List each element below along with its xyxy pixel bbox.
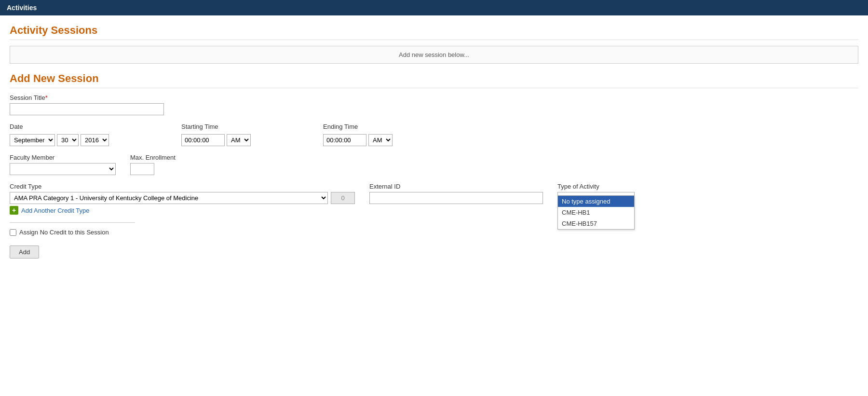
faculty-label: Faculty Member (10, 154, 116, 161)
type-of-activity-label: Type of Activity (557, 183, 635, 190)
ending-time-label: Ending Time (323, 123, 393, 130)
dropdown-option-no-type[interactable]: No type assigned (558, 196, 634, 207)
starting-time-row: AM PM (181, 134, 251, 146)
assign-no-credit-checkbox[interactable] (10, 229, 16, 236)
dropdown-option-cme-hb1[interactable]: CME-HB1 (558, 207, 634, 218)
faculty-select[interactable] (10, 163, 116, 175)
date-row: September January February March April M… (10, 134, 109, 146)
max-enrollment-label: Max. Enrollment (130, 154, 176, 161)
max-enrollment-group: Max. Enrollment (130, 154, 176, 175)
add-new-session-title: Add New Session (10, 72, 858, 88)
add-button[interactable]: Add (10, 246, 39, 259)
max-enrollment-input[interactable] (130, 163, 154, 175)
ending-time-section: Ending Time AM PM (323, 123, 393, 146)
session-title-input[interactable] (10, 103, 164, 115)
plus-icon: + (10, 206, 18, 215)
ending-time-row: AM PM (323, 134, 393, 146)
top-bar: Activities (0, 0, 868, 15)
add-another-credit-type-link[interactable]: Add Another Credit Type (21, 207, 89, 214)
type-of-activity-dropdown: No type assigned CME-HB1 CME-HB157 (557, 195, 635, 230)
ending-ampm-select[interactable]: AM PM (368, 134, 393, 146)
ending-time-input[interactable] (323, 134, 366, 146)
session-title-label: Session Title* (10, 94, 858, 101)
assign-no-credit-row: Assign No Credit to this Session (10, 229, 858, 236)
assign-no-credit-label: Assign No Credit to this Session (19, 229, 109, 236)
credit-type-label: Credit Type (10, 183, 355, 190)
add-credit-type-row: + Add Another Credit Type (10, 206, 858, 215)
month-select[interactable]: September January February March April M… (10, 134, 55, 146)
date-section: Date September January February March Ap… (10, 123, 109, 146)
external-id-input[interactable] (369, 192, 543, 204)
credit-count-input[interactable] (331, 192, 355, 204)
external-id-label: External ID (369, 183, 543, 190)
session-placeholder: Add new session below... (10, 46, 858, 64)
main-content: Activity Sessions Add new session below.… (0, 15, 868, 396)
divider (10, 222, 135, 223)
faculty-group: Faculty Member (10, 154, 116, 175)
starting-time-section: Starting Time AM PM (181, 123, 251, 146)
activity-sessions-title: Activity Sessions (10, 24, 858, 40)
add-new-session-section: Add New Session Session Title* Date Sept… (10, 72, 858, 259)
type-of-activity-group: Type of Activity No type assigned CME-HB… (557, 183, 635, 204)
day-select[interactable]: 30 12345 678910 1112131415 1617181920 21… (57, 134, 79, 146)
dropdown-option-cme-hb157[interactable]: CME-HB157 (558, 218, 634, 229)
faculty-enrollment-row: Faculty Member Max. Enrollment (10, 154, 858, 175)
year-select[interactable]: 2016 2014 2015 2017 2018 (81, 134, 109, 146)
date-time-row: Date September January February March Ap… (10, 123, 858, 146)
starting-time-label: Starting Time (181, 123, 251, 130)
starting-time-input[interactable] (181, 134, 225, 146)
date-label: Date (10, 123, 109, 130)
credit-type-group: Credit Type AMA PRA Category 1 - Univers… (10, 183, 355, 204)
external-id-group: External ID (369, 183, 543, 204)
starting-ampm-select[interactable]: AM PM (227, 134, 251, 146)
required-marker: * (45, 94, 48, 101)
credit-type-select[interactable]: AMA PRA Category 1 - University of Kentu… (10, 192, 328, 204)
top-bar-title: Activities (7, 4, 37, 12)
